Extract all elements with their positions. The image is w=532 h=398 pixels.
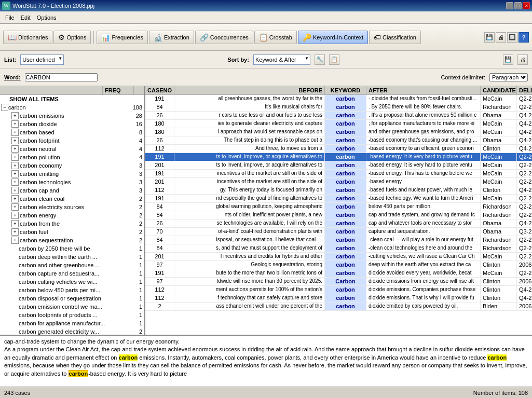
expander-electricity[interactable]: + <box>11 203 19 211</box>
table-row[interactable]: 112 f technology that can safely capture… <box>145 294 532 303</box>
list-item-carbon-energy[interactable]: + carbon energy 2 <box>0 211 144 219</box>
expander-economy[interactable]: + <box>11 162 19 169</box>
table-row[interactable]: 84 isposal, or sequestration. I believe … <box>145 236 532 244</box>
toolbar-btn-extraction[interactable]: 🔬 Extraction <box>149 31 194 44</box>
list-item-carbon[interactable]: − carbon 108 <box>0 103 144 112</box>
list-select[interactable]: User defined All items <box>20 54 64 65</box>
minimize-button[interactable]: ─ <box>506 2 513 9</box>
table-row[interactable]: 112 gy. This energy today is focused pri… <box>145 186 532 195</box>
list-item-carbon-footprint[interactable]: + carbon footprint 4 <box>0 136 144 145</box>
toolbar-btn-crosstab[interactable]: 📋 Crosstab <box>254 31 297 44</box>
table-row[interactable]: 26 r cars to use less oil and our fuels … <box>145 112 532 120</box>
list-item-carbon-450[interactable]: carbon below 450 parts per mi... 1 <box>0 286 144 294</box>
table-row[interactable]: 70 of-a-kind' coal-fired demonstration p… <box>145 228 532 236</box>
expander-dioxide[interactable]: + <box>11 120 19 128</box>
menu-edit[interactable]: Edit <box>18 13 34 22</box>
expander-energy[interactable]: + <box>11 212 19 219</box>
maximize-button[interactable]: □ <box>514 2 522 9</box>
table-row[interactable]: 26 The first step in doing this is to ph… <box>145 136 532 145</box>
expander-carbon[interactable]: − <box>0 104 8 111</box>
print-button[interactable]: 🖨 <box>496 32 506 43</box>
list-item-carbon-from[interactable]: + carbon from the 2 <box>0 219 144 228</box>
table-row[interactable]: 180 ies to generate cleaner electricity … <box>145 120 532 128</box>
list-item-carbon-disposal[interactable]: carbon disposal or sequestration 1 <box>0 294 144 303</box>
list-item-carbon-emitting[interactable]: + carbon emitting 3 <box>0 170 144 178</box>
table-row[interactable]: 191 all greenhouse gasses, the worst by … <box>145 95 532 103</box>
list-item-carbon-sequestration[interactable]: + carbon sequestration 2 <box>0 236 144 244</box>
cell-keyword: carbon <box>325 128 366 136</box>
expander-cap[interactable]: + <box>11 187 19 194</box>
word-input[interactable] <box>25 73 98 81</box>
menu-options[interactable]: Options <box>34 13 60 22</box>
table-row[interactable]: 191 nd especially the goal of finding al… <box>145 195 532 203</box>
list-item-carbon-fuel[interactable]: + carbon fuel 2 <box>0 228 144 236</box>
toolbar-btn-kwic[interactable]: 🔑 Keyword-In-Context <box>298 31 368 44</box>
save-button[interactable]: 💾 <box>484 32 495 43</box>
table-row[interactable]: 84 global warming pollution, keeping atm… <box>145 203 532 211</box>
list-item-carbon-footprints[interactable]: carbon footprints of products ... 1 <box>0 311 144 319</box>
expander-technologies[interactable]: + <box>11 179 19 186</box>
table-row[interactable]: 112 And three, to move us from a carbon … <box>145 145 532 153</box>
expander-neutral[interactable]: + <box>11 145 19 153</box>
carbon-emitting-freq: 3 <box>118 171 144 177</box>
toolbar-btn-frequencies[interactable]: 📊 Frequencies <box>97 31 148 44</box>
table-row[interactable]: 191 bute to the more than two billion me… <box>145 269 532 278</box>
table-row[interactable]: 191 incentives of the market are still o… <box>145 170 532 178</box>
table-row[interactable]: 84 s, and that we must support the deplo… <box>145 244 532 253</box>
table-row-selected[interactable]: 191 ts to invent, improve, or acquire al… <box>145 153 532 161</box>
list-item-carbon-cutting[interactable]: carbon cutting vehicles we wi... 1 <box>0 278 144 286</box>
list-item-carbon-technologies[interactable]: + carbon technologies 3 <box>0 178 144 186</box>
toolbar-btn-dictionaries[interactable]: 📖 Dictionaries <box>3 31 52 44</box>
expander-clean-coal[interactable]: + <box>11 195 19 202</box>
expander-pollution[interactable]: + <box>11 154 19 161</box>
menu-file[interactable]: File <box>2 13 18 22</box>
expander-footprint[interactable]: + <box>11 137 19 144</box>
help-button[interactable]: ? <box>519 32 529 43</box>
list-item-carbon-capture[interactable]: carbon capture and sequestra... 1 <box>0 269 144 278</box>
show-all-items[interactable]: SHOW ALL ITEMS <box>0 95 144 103</box>
expander-emitting[interactable]: + <box>11 170 19 177</box>
print2-button[interactable]: 🖨 <box>517 54 528 65</box>
list-item-carbon-emission-ctrl[interactable]: carbon emission control we ma... 1 <box>0 303 144 311</box>
list-item-carbon-other[interactable]: carbon and other greenhouse ... 1 <box>0 261 144 269</box>
list-item-carbon-economy[interactable]: + carbon economy 3 <box>0 161 144 170</box>
table-row[interactable]: 201 f incentives and credits for hybrids… <box>145 253 532 261</box>
list-item-carbon-based[interactable]: + carbon based 8 <box>0 128 144 136</box>
list-item-carbon-emissions[interactable]: + carbon emissions 28 <box>0 112 144 120</box>
copy-icon[interactable]: 📋 <box>329 54 339 65</box>
close-button[interactable]: ✕ <box>523 2 530 9</box>
expander-based[interactable]: + <box>11 129 19 136</box>
expander-sequestration[interactable]: + <box>11 237 19 244</box>
toolbar-btn-classification[interactable]: 🏷 Classification <box>369 31 421 44</box>
toolbar-btn-cooccurrences[interactable]: 🔗 Cooccurrences <box>195 31 253 44</box>
expander-fuel[interactable]: + <box>11 228 19 236</box>
list-item-carbon-pollution[interactable]: + carbon pollution 4 <box>0 153 144 161</box>
expander-from[interactable]: + <box>11 220 19 227</box>
restore-button[interactable]: 🔲 <box>507 32 517 43</box>
table-row[interactable]: 2 ass ethanol emit well under one percen… <box>145 303 532 311</box>
table-row[interactable]: 201 incentives of the market are still o… <box>145 178 532 186</box>
table-row[interactable]: 97 Geologic sequestration, storing carbo… <box>145 261 532 269</box>
list-item-carbon-cap[interactable]: + carbon cap and 3 <box>0 186 144 195</box>
table-row[interactable]: 84 It's like musical chairs for carbon .… <box>145 103 532 112</box>
list-item-carbon-electricity[interactable]: + carbon electricity sources 2 <box>0 203 144 211</box>
list-item-carbon-dioxide[interactable]: + carbon dioxide 16 <box>0 120 144 128</box>
save2-button[interactable]: 💾 <box>503 54 513 65</box>
list-item-carbon-neutral[interactable]: + carbon neutral 4 <box>0 145 144 153</box>
table-row[interactable]: 112 ment auctions permits for 100% of th… <box>145 286 532 294</box>
table-row[interactable]: 26 se technologies are available, I will… <box>145 219 532 228</box>
list-item-carbon-clean-coal[interactable]: + carbon clean coal 2 <box>0 195 144 203</box>
table-row[interactable]: 97 ldwide will rise more than 30 percent… <box>145 278 532 286</box>
sort-select[interactable]: Keyword & After Keyword & Before Frequen… <box>253 54 310 65</box>
table-row[interactable]: 201 ts to invent, improve, or acquire al… <box>145 161 532 170</box>
context-select[interactable]: Paragraph Sentence <box>489 73 528 81</box>
list-item-carbon-2050[interactable]: carbon by 2050 there will be 1 <box>0 244 144 253</box>
table-row[interactable]: 84 nts of older, inefficient power plant… <box>145 211 532 219</box>
list-item-carbon-appliance[interactable]: carbon for appliance manufactur... 1 <box>0 319 144 327</box>
tools-icon[interactable]: 🔧 <box>315 54 325 65</box>
toolbar-btn-options[interactable]: ⚙ Options <box>53 31 91 44</box>
list-item-carbon-deep[interactable]: carbon deep within the earth ... 1 <box>0 253 144 261</box>
expander-emissions[interactable]: + <box>11 112 19 119</box>
table-row[interactable]: 180 l approach that would set reasonable… <box>145 128 532 136</box>
list-item-carbon-generated[interactable]: carbon generated electricity w... 2 <box>0 327 144 335</box>
